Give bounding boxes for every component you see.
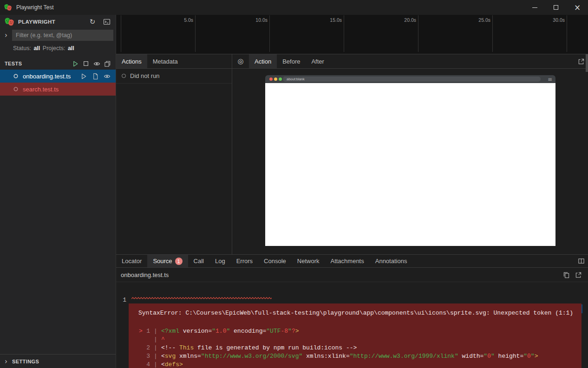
timeline-tick-label: 5.0s <box>184 17 193 23</box>
maximize-button[interactable] <box>545 0 567 15</box>
split-view-button[interactable] <box>574 255 588 267</box>
playwright-masks-icon <box>5 17 14 26</box>
test-name: search.test.ts <box>23 86 112 93</box>
settings-section[interactable]: › SETTINGS <box>0 354 116 368</box>
chevron-right-icon[interactable]: › <box>0 31 12 39</box>
actions-empty-row: Did not run <box>116 69 232 84</box>
copy-path-button[interactable] <box>560 271 572 278</box>
browser-chrome: about:blank ≡ <box>265 75 555 83</box>
split-columns-icon <box>578 258 585 265</box>
tab-before[interactable]: Before <box>277 54 306 68</box>
minimize-button[interactable] <box>524 0 545 15</box>
browser-snapshot: about:blank ≡ <box>265 75 555 246</box>
timeline-gridline <box>121 15 121 52</box>
tab-annotations[interactable]: Annotations <box>370 255 413 267</box>
run-all-button[interactable] <box>71 59 80 68</box>
maximize-icon <box>554 5 558 10</box>
status-value[interactable]: all <box>33 45 40 52</box>
tab-label: Metadata <box>153 58 178 65</box>
circle-status-icon <box>122 74 126 78</box>
tab-label: Console <box>264 258 286 265</box>
tab-source[interactable]: Source 1 <box>147 255 188 267</box>
traffic-light-minimize-icon <box>274 77 277 81</box>
pick-locator-button[interactable]: ◎ <box>232 54 249 68</box>
actions-empty-message: Did not run <box>130 72 160 79</box>
sidebar-section-title: PLAYWRIGHT <box>18 19 83 25</box>
test-status-icon <box>13 73 19 79</box>
tab-call[interactable]: Call <box>188 255 209 267</box>
watch-test-button[interactable] <box>102 71 112 81</box>
projects-label: Projects: <box>43 45 65 52</box>
show-source-button[interactable] <box>91 71 100 81</box>
window-title: Playwright Test <box>16 4 53 11</box>
page-url: about:blank <box>287 77 305 81</box>
settings-title: SETTINGS <box>12 359 39 364</box>
tab-label: Attachments <box>330 258 364 265</box>
tab-label: Source <box>153 258 172 265</box>
tab-label: Before <box>282 58 300 65</box>
file-icon <box>92 73 99 80</box>
tab-metadata[interactable]: Metadata <box>147 54 183 68</box>
test-name: onboarding.test.ts <box>23 73 75 80</box>
watch-all-button[interactable] <box>92 59 101 68</box>
test-status-icon <box>13 86 19 92</box>
source-viewer: 1 import { faker } from '@faker-js/faker… <box>116 282 588 368</box>
frame-line-4: 4|<defs> <box>129 361 581 368</box>
titlebar: Playwright Test × <box>0 0 588 15</box>
open-external-icon <box>578 58 585 65</box>
collapse-all-button[interactable] <box>103 59 112 68</box>
stop-button[interactable] <box>81 59 91 68</box>
timeline-tick-label: 10.0s <box>255 17 268 23</box>
source-line-1: 1 import { faker } from '@faker-js/faker… <box>116 287 588 296</box>
run-test-button[interactable] <box>79 71 89 81</box>
tab-label: After <box>311 58 324 65</box>
tab-network[interactable]: Network <box>292 255 325 267</box>
tab-label: Locator <box>122 258 142 265</box>
tab-console[interactable]: Console <box>258 255 292 267</box>
traffic-light-close-icon <box>269 77 273 81</box>
projects-value[interactable]: all <box>68 45 74 52</box>
tab-label: Actions <box>122 58 142 65</box>
tab-actions[interactable]: Actions <box>116 54 147 68</box>
tab-after[interactable]: After <box>306 54 329 68</box>
test-item-search[interactable]: search.test.ts <box>0 83 116 96</box>
tab-action[interactable]: Action <box>249 54 277 68</box>
error-squiggle <box>131 297 272 299</box>
traffic-light-maximize-icon <box>279 77 282 81</box>
error-count-badge: 1 <box>175 258 183 265</box>
test-item-onboarding[interactable]: onboarding.test.ts <box>0 70 116 83</box>
scrollbar-thumb[interactable] <box>586 54 588 72</box>
toggle-output-button[interactable] <box>102 17 112 27</box>
open-source-button[interactable] <box>572 271 584 278</box>
close-button[interactable]: × <box>567 0 588 15</box>
tab-errors[interactable]: Errors <box>231 255 258 267</box>
timeline-gridline: 15.0s <box>344 15 344 52</box>
filter-input[interactable] <box>12 30 113 41</box>
source-filename-bar: onboarding.test.ts <box>116 268 588 282</box>
page-content <box>265 83 555 246</box>
copy-icon <box>563 271 570 278</box>
details-tabbar: Locator Source 1 Call Log Errors Console… <box>116 255 588 268</box>
menu-icon: ≡ <box>548 75 552 83</box>
tab-log[interactable]: Log <box>209 255 231 267</box>
filter-status-line: Status: all Projects: all <box>0 42 116 53</box>
reload-tests-button[interactable]: ↻ <box>87 17 98 27</box>
error-box: SyntaxError: C:\Courses\EpicWeb\full-sta… <box>129 303 581 368</box>
target-icon: ◎ <box>237 57 243 65</box>
terminal-icon <box>103 18 111 26</box>
frame-line-2: 2|<!-- This file is generated by npm run… <box>129 344 581 352</box>
timeline-tick-label: 15.0s <box>330 17 342 23</box>
open-external-icon <box>575 271 582 278</box>
eye-icon <box>104 73 111 80</box>
timeline-gridline: 30.0s <box>567 15 567 52</box>
tab-locator[interactable]: Locator <box>116 255 147 267</box>
actions-panel: Actions Metadata Did not run <box>116 54 232 254</box>
snapshot-tabbar: ◎ Action Before After <box>232 54 588 69</box>
collapse-all-icon <box>104 60 111 67</box>
timeline-gridline: 25.0s <box>492 15 493 52</box>
refresh-icon: ↻ <box>90 18 96 26</box>
timeline[interactable]: 5.0s 10.0s 15.0s 20.0s 25.0s 30.0s <box>116 15 588 54</box>
tab-attachments[interactable]: Attachments <box>325 255 369 267</box>
tab-label: Network <box>297 258 320 265</box>
details-panel: Locator Source 1 Call Log Errors Console… <box>116 254 588 368</box>
